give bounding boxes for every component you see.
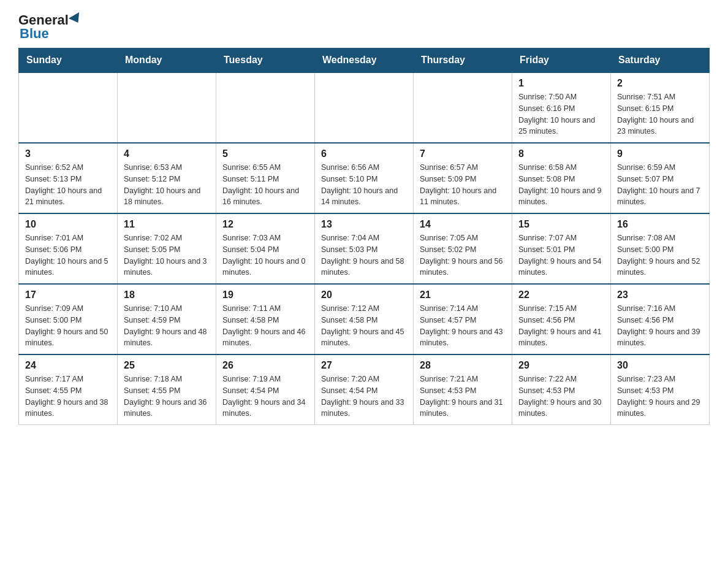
day-number: 15: [518, 219, 604, 230]
calendar-cell: [118, 72, 216, 143]
calendar-cell: 21Sunrise: 7:14 AMSunset: 4:57 PMDayligh…: [414, 284, 512, 354]
day-number: 8: [518, 148, 604, 159]
day-number: 6: [321, 148, 407, 159]
col-header-sunday: Sunday: [19, 48, 118, 73]
calendar-cell: 28Sunrise: 7:21 AMSunset: 4:53 PMDayligh…: [414, 354, 512, 425]
day-number: 27: [321, 360, 407, 371]
day-number: 7: [420, 148, 506, 159]
day-number: 18: [124, 289, 210, 301]
day-number: 11: [124, 219, 210, 230]
calendar-cell: 10Sunrise: 7:01 AMSunset: 5:06 PMDayligh…: [19, 213, 118, 284]
day-info: Sunrise: 7:03 AMSunset: 5:04 PMDaylight:…: [222, 232, 308, 278]
day-info: Sunrise: 7:11 AMSunset: 4:58 PMDaylight:…: [222, 303, 308, 349]
day-number: 16: [617, 219, 703, 230]
calendar-cell: 22Sunrise: 7:15 AMSunset: 4:56 PMDayligh…: [512, 284, 611, 354]
day-number: 26: [222, 360, 308, 371]
col-header-monday: Monday: [118, 48, 216, 73]
calendar-cell: 14Sunrise: 7:05 AMSunset: 5:02 PMDayligh…: [414, 213, 512, 284]
calendar-table: SundayMondayTuesdayWednesdayThursdayFrid…: [18, 48, 710, 425]
day-info: Sunrise: 6:55 AMSunset: 5:11 PMDaylight:…: [222, 162, 308, 208]
day-info: Sunrise: 7:20 AMSunset: 4:54 PMDaylight:…: [321, 373, 407, 419]
calendar-cell: 7Sunrise: 6:57 AMSunset: 5:09 PMDaylight…: [414, 143, 512, 213]
day-number: 12: [222, 219, 308, 230]
calendar-cell: 2Sunrise: 7:51 AMSunset: 6:15 PMDaylight…: [611, 72, 710, 143]
day-number: 10: [25, 219, 111, 230]
calendar-week-4: 17Sunrise: 7:09 AMSunset: 5:00 PMDayligh…: [19, 284, 710, 354]
day-number: 21: [420, 289, 506, 301]
calendar-cell: 24Sunrise: 7:17 AMSunset: 4:55 PMDayligh…: [19, 354, 118, 425]
page-header: General Blue: [18, 12, 710, 42]
calendar-week-1: 1Sunrise: 7:50 AMSunset: 6:16 PMDaylight…: [19, 72, 710, 143]
calendar-cell: 20Sunrise: 7:12 AMSunset: 4:58 PMDayligh…: [315, 284, 414, 354]
calendar-cell: 16Sunrise: 7:08 AMSunset: 5:00 PMDayligh…: [611, 213, 710, 284]
calendar-cell: 27Sunrise: 7:20 AMSunset: 4:54 PMDayligh…: [315, 354, 414, 425]
calendar-header-row: SundayMondayTuesdayWednesdayThursdayFrid…: [19, 48, 710, 73]
calendar-cell: [315, 72, 414, 143]
day-info: Sunrise: 7:18 AMSunset: 4:55 PMDaylight:…: [124, 373, 210, 419]
day-info: Sunrise: 7:08 AMSunset: 5:00 PMDaylight:…: [617, 232, 703, 278]
calendar-week-5: 24Sunrise: 7:17 AMSunset: 4:55 PMDayligh…: [19, 354, 710, 425]
day-info: Sunrise: 6:58 AMSunset: 5:08 PMDaylight:…: [518, 162, 604, 208]
day-info: Sunrise: 7:01 AMSunset: 5:06 PMDaylight:…: [25, 232, 111, 278]
day-info: Sunrise: 7:12 AMSunset: 4:58 PMDaylight:…: [321, 303, 407, 349]
calendar-cell: 1Sunrise: 7:50 AMSunset: 6:16 PMDaylight…: [512, 72, 611, 143]
calendar-cell: [414, 72, 512, 143]
logo-arrow-icon: [69, 12, 83, 26]
calendar-cell: 19Sunrise: 7:11 AMSunset: 4:58 PMDayligh…: [216, 284, 315, 354]
day-info: Sunrise: 6:53 AMSunset: 5:12 PMDaylight:…: [124, 162, 210, 208]
day-number: 5: [222, 148, 308, 159]
day-number: 22: [518, 289, 604, 301]
calendar-cell: 26Sunrise: 7:19 AMSunset: 4:54 PMDayligh…: [216, 354, 315, 425]
calendar-cell: 11Sunrise: 7:02 AMSunset: 5:05 PMDayligh…: [118, 213, 216, 284]
day-number: 23: [617, 289, 703, 301]
day-info: Sunrise: 7:17 AMSunset: 4:55 PMDaylight:…: [25, 373, 111, 419]
day-info: Sunrise: 7:02 AMSunset: 5:05 PMDaylight:…: [124, 232, 210, 278]
day-info: Sunrise: 7:19 AMSunset: 4:54 PMDaylight:…: [222, 373, 308, 419]
col-header-wednesday: Wednesday: [315, 48, 414, 73]
day-number: 3: [25, 148, 111, 159]
day-info: Sunrise: 7:22 AMSunset: 4:53 PMDaylight:…: [518, 373, 604, 419]
day-number: 17: [25, 289, 111, 301]
day-number: 28: [420, 360, 506, 371]
day-number: 14: [420, 219, 506, 230]
calendar-cell: 18Sunrise: 7:10 AMSunset: 4:59 PMDayligh…: [118, 284, 216, 354]
calendar-cell: [19, 72, 118, 143]
day-info: Sunrise: 6:59 AMSunset: 5:07 PMDaylight:…: [617, 162, 703, 208]
day-info: Sunrise: 7:09 AMSunset: 5:00 PMDaylight:…: [25, 303, 111, 349]
day-info: Sunrise: 7:05 AMSunset: 5:02 PMDaylight:…: [420, 232, 506, 278]
day-info: Sunrise: 7:15 AMSunset: 4:56 PMDaylight:…: [518, 303, 604, 349]
day-number: 29: [518, 360, 604, 371]
calendar-cell: 12Sunrise: 7:03 AMSunset: 5:04 PMDayligh…: [216, 213, 315, 284]
day-info: Sunrise: 7:50 AMSunset: 6:16 PMDaylight:…: [518, 91, 604, 137]
calendar-week-2: 3Sunrise: 6:52 AMSunset: 5:13 PMDaylight…: [19, 143, 710, 213]
day-info: Sunrise: 7:23 AMSunset: 4:53 PMDaylight:…: [617, 373, 703, 419]
calendar-cell: 25Sunrise: 7:18 AMSunset: 4:55 PMDayligh…: [118, 354, 216, 425]
day-number: 1: [518, 78, 604, 89]
logo: General Blue: [18, 12, 83, 42]
calendar-cell: 29Sunrise: 7:22 AMSunset: 4:53 PMDayligh…: [512, 354, 611, 425]
day-number: 4: [124, 148, 210, 159]
day-number: 24: [25, 360, 111, 371]
calendar-cell: 4Sunrise: 6:53 AMSunset: 5:12 PMDaylight…: [118, 143, 216, 213]
day-info: Sunrise: 7:07 AMSunset: 5:01 PMDaylight:…: [518, 232, 604, 278]
day-info: Sunrise: 6:52 AMSunset: 5:13 PMDaylight:…: [25, 162, 111, 208]
day-info: Sunrise: 7:10 AMSunset: 4:59 PMDaylight:…: [124, 303, 210, 349]
day-number: 30: [617, 360, 703, 371]
day-info: Sunrise: 7:16 AMSunset: 4:56 PMDaylight:…: [617, 303, 703, 349]
col-header-friday: Friday: [512, 48, 611, 73]
calendar-cell: 23Sunrise: 7:16 AMSunset: 4:56 PMDayligh…: [611, 284, 710, 354]
calendar-cell: [216, 72, 315, 143]
day-info: Sunrise: 7:51 AMSunset: 6:15 PMDaylight:…: [617, 91, 703, 137]
day-number: 20: [321, 289, 407, 301]
day-info: Sunrise: 7:14 AMSunset: 4:57 PMDaylight:…: [420, 303, 506, 349]
calendar-cell: 30Sunrise: 7:23 AMSunset: 4:53 PMDayligh…: [611, 354, 710, 425]
calendar-cell: 6Sunrise: 6:56 AMSunset: 5:10 PMDaylight…: [315, 143, 414, 213]
calendar-cell: 13Sunrise: 7:04 AMSunset: 5:03 PMDayligh…: [315, 213, 414, 284]
logo-blue-text: Blue: [20, 26, 49, 42]
col-header-saturday: Saturday: [611, 48, 710, 73]
day-number: 13: [321, 219, 407, 230]
day-number: 19: [222, 289, 308, 301]
calendar-cell: 17Sunrise: 7:09 AMSunset: 5:00 PMDayligh…: [19, 284, 118, 354]
day-info: Sunrise: 6:56 AMSunset: 5:10 PMDaylight:…: [321, 162, 407, 208]
calendar-cell: 3Sunrise: 6:52 AMSunset: 5:13 PMDaylight…: [19, 143, 118, 213]
